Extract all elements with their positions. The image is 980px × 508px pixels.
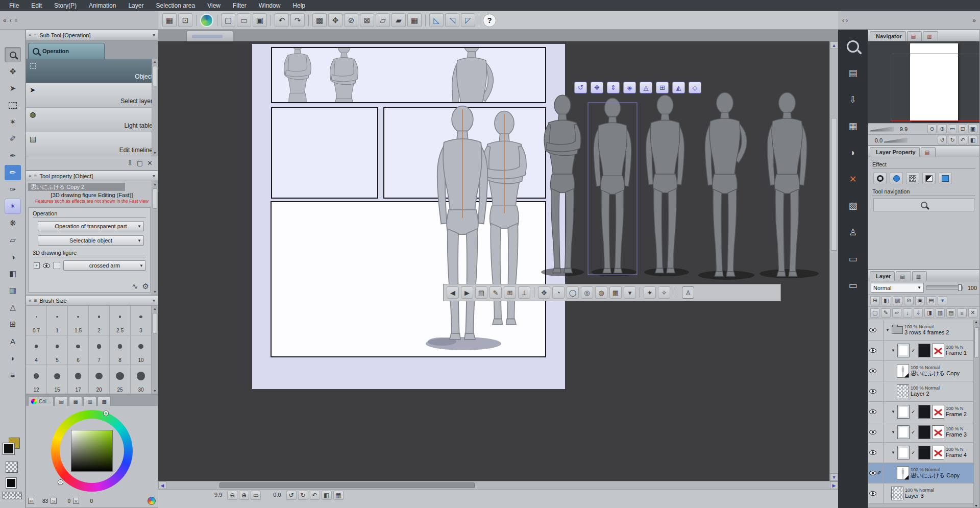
panel-menu-icon[interactable]: ≡: [34, 173, 37, 179]
layer-visibility-eye-icon[interactable]: [869, 430, 876, 434]
frame-panel-3[interactable]: [383, 107, 546, 199]
fill-tool[interactable]: ◧: [5, 266, 21, 281]
merge-with-lower[interactable]: ⇓: [914, 308, 923, 318]
divide-frame[interactable]: ▤: [946, 308, 955, 318]
balloon-tool[interactable]: ◗: [5, 350, 21, 366]
layer-row[interactable]: ✐ ▼ ✓: [868, 443, 973, 463]
color-set-window[interactable]: ▧: [843, 196, 863, 215]
print-size[interactable]: ▣: [968, 125, 977, 133]
advanced-settings[interactable]: ⚙: [142, 282, 149, 291]
clip-to-layer-below[interactable]: ⊞: [870, 296, 880, 305]
pencil-tool[interactable]: ✏: [5, 165, 21, 180]
expand-dock-icon[interactable]: ‹: [842, 17, 844, 24]
move-selection[interactable]: ✥: [328, 13, 342, 27]
new-raster-layer[interactable]: ▢: [870, 308, 879, 318]
flip-vertical[interactable]: ▰: [391, 13, 406, 27]
layer-row[interactable]: ✐ ▼ ✓: [868, 361, 973, 381]
operation-tool[interactable]: ➤: [5, 81, 21, 96]
tool-property-scrollbar[interactable]: ▲▼: [152, 181, 158, 295]
display-settings[interactable]: ⊡: [178, 13, 192, 27]
intermediate-color-tab[interactable]: ▥: [83, 396, 96, 406]
figure-layer-thumbnail[interactable]: [897, 364, 909, 378]
subtool-item[interactable]: ➤ Select layer: [26, 83, 158, 108]
panel-options-icon[interactable]: ▾: [153, 32, 155, 38]
value-field-icon[interactable]: V: [73, 498, 79, 504]
layer-visibility-eye-icon[interactable]: [869, 389, 876, 394]
marquee-tool[interactable]: [5, 98, 21, 113]
panel-options-icon[interactable]: ▾: [153, 173, 155, 179]
zoom-in[interactable]: ⊕: [239, 491, 249, 500]
layer-visibility-eye-icon[interactable]: [869, 491, 876, 496]
subtool-item[interactable]: ⬚ Object: [26, 59, 158, 83]
actual-pixels[interactable]: ⊡: [958, 125, 967, 133]
brush-tool[interactable]: ✑: [5, 182, 21, 197]
subtool-scrollbar[interactable]: ▲▼: [152, 59, 158, 156]
layer-row[interactable]: ✐ ▼ ✓: [868, 381, 973, 402]
zoom-out[interactable]: ⊖: [227, 491, 237, 500]
toolbar-icon[interactable]: [268, 13, 273, 27]
brush-size-cell[interactable]: 3: [131, 306, 152, 335]
toolbar-icon[interactable]: [423, 13, 428, 27]
open-file[interactable]: ▭: [237, 13, 251, 27]
toolbar-icon[interactable]: [194, 13, 199, 27]
reference-window[interactable]: ▤: [843, 63, 863, 83]
layer-row[interactable]: ✐ ▼ ✓: [868, 422, 973, 443]
pixel-grid[interactable]: ▦: [333, 491, 344, 500]
fit-to-window[interactable]: ▭: [948, 125, 957, 133]
visibility-eye-icon[interactable]: [43, 263, 50, 268]
menu-item[interactable]: Animation: [83, 0, 122, 11]
layer-visibility-eye-icon[interactable]: [869, 450, 876, 455]
material-folder[interactable]: ▭: [843, 249, 863, 269]
reset-rotation[interactable]: ↶: [310, 491, 320, 500]
airbrush-tool[interactable]: ✴: [5, 199, 21, 214]
sv-marker[interactable]: [58, 480, 63, 485]
panel-options-icon[interactable]: ▾: [153, 298, 155, 303]
snap-to-ruler[interactable]: ◺: [429, 13, 444, 27]
material-folder-2[interactable]: ▭: [843, 276, 863, 295]
delete-layer[interactable]: ✕: [968, 308, 977, 318]
panel-collapse-icon[interactable]: «: [29, 173, 32, 179]
move-figure[interactable]: ✥: [538, 286, 550, 299]
next-dock-icon[interactable]: ›: [846, 17, 848, 24]
subtool-tab-operation[interactable]: Operation: [28, 43, 105, 59]
story-window[interactable]: ▦: [843, 116, 863, 136]
object-toolbar-icon[interactable]: [672, 286, 676, 299]
layer-expand-icon[interactable]: ▼: [891, 348, 896, 353]
fit-to-screen[interactable]: ▭: [251, 491, 261, 500]
expand-setting-icon[interactable]: +: [34, 262, 40, 269]
brush-size-cell[interactable]: 12: [26, 365, 47, 395]
frame-panel-1[interactable]: [271, 47, 546, 103]
vertical-scroll-thumb[interactable]: [831, 118, 837, 251]
layer-visibility-eye-icon[interactable]: [869, 409, 876, 414]
layer-row[interactable]: ✐ ▼ ✓: [868, 483, 973, 504]
snap-to-special-ruler[interactable]: ◹: [445, 13, 459, 27]
more-options[interactable]: ▾: [624, 286, 636, 299]
camera-pan[interactable]: ✥: [591, 82, 603, 93]
subtool-item[interactable]: ◍ Light table: [26, 108, 158, 132]
layer-expand-icon[interactable]: ▼: [886, 328, 890, 332]
navigator-preview[interactable]: [868, 41, 979, 123]
brush-size-cell[interactable]: 7: [89, 335, 110, 365]
layer-visibility-eye-icon[interactable]: [869, 348, 876, 353]
flip-horizontal[interactable]: ▱: [376, 13, 390, 27]
hue-field-icon[interactable]: H: [28, 498, 34, 504]
opacity-slider[interactable]: [926, 285, 963, 290]
two-pane-view[interactable]: ≡: [957, 308, 966, 318]
color-history-tab[interactable]: ▩: [97, 396, 111, 406]
panel-collapse-icon[interactable]: «: [29, 298, 32, 303]
toolbar-icon[interactable]: [215, 13, 219, 27]
mask-disabled-thumbnail[interactable]: [932, 344, 944, 357]
stroke-preview[interactable]: ∿: [132, 282, 138, 291]
undo[interactable]: ↶: [275, 13, 289, 27]
layer-color[interactable]: [890, 172, 903, 184]
brush-size-cell[interactable]: 2: [89, 306, 110, 335]
mask-disabled-thumbnail[interactable]: [932, 425, 944, 439]
subtool-item[interactable]: ▤ Edit timeline: [26, 132, 158, 157]
save-file[interactable]: ▣: [253, 13, 267, 27]
flip-view[interactable]: ◧: [322, 491, 332, 500]
menu-item[interactable]: Layer: [122, 0, 150, 11]
pose-window[interactable]: ♙: [843, 223, 863, 242]
brush-size-cell[interactable]: 25: [110, 365, 131, 395]
item-bank-tab[interactable]: ▥: [923, 31, 938, 41]
figure-layer-thumbnail[interactable]: [897, 466, 909, 480]
